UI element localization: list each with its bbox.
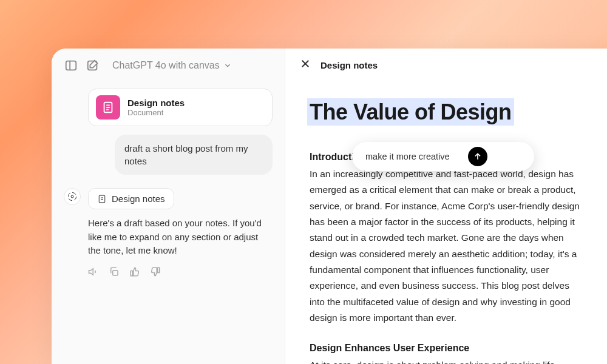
attachment-info: Design notes Document [127, 98, 185, 117]
copy-icon[interactable] [109, 266, 120, 277]
attachment-title: Design notes [127, 98, 185, 108]
document-icon [96, 95, 120, 120]
app-window: ChatGPT 4o with canvas Design notes Docu… [52, 49, 607, 364]
attachment-subtitle: Document [127, 108, 185, 117]
thumbs-down-icon[interactable] [150, 266, 161, 277]
arrow-up-icon [473, 152, 483, 161]
user-message: draft a short blog post from my notes [115, 135, 273, 175]
close-canvas-button[interactable] [300, 58, 311, 72]
document-icon [97, 194, 107, 204]
close-icon [300, 58, 311, 69]
assistant-avatar-icon [64, 188, 81, 205]
thumbs-up-icon[interactable] [129, 266, 140, 277]
chip-label: Design notes [112, 194, 165, 204]
new-chat-icon[interactable] [86, 58, 100, 73]
edit-input[interactable]: make it more creative [365, 152, 450, 161]
assistant-content: Design notes Here's a draft based on you… [88, 188, 273, 277]
assistant-text: Here's a draft based on your notes. If y… [88, 217, 273, 258]
chat-body: Design notes Document draft a short blog… [52, 83, 285, 364]
chat-panel: ChatGPT 4o with canvas Design notes Docu… [52, 49, 285, 364]
section-heading: Design Enhances User Experience [310, 343, 583, 354]
document-title[interactable]: The Value of Design [307, 98, 514, 126]
attachment-card[interactable]: Design notes Document [88, 89, 273, 126]
section-body[interactable]: At its core, design is about problem-sol… [310, 357, 583, 364]
svg-point-7 [71, 195, 73, 198]
inline-edit-popover: make it more creative [352, 142, 534, 171]
sidebar-toggle-icon[interactable] [64, 58, 78, 73]
svg-rect-0 [66, 61, 76, 70]
model-selector[interactable]: ChatGPT 4o with canvas [112, 60, 232, 71]
canvas-title: Design notes [320, 60, 378, 70]
canvas-header: Design notes [285, 49, 607, 81]
chat-header: ChatGPT 4o with canvas [52, 49, 285, 83]
model-label: ChatGPT 4o with canvas [112, 60, 220, 71]
canvas-document-chip[interactable]: Design notes [88, 188, 174, 209]
canvas-panel: Design notes The Value of Design make it… [285, 49, 607, 364]
feedback-actions [88, 266, 273, 277]
read-aloud-icon[interactable] [88, 266, 99, 277]
section-body[interactable]: In an increasingly competitive and fast-… [310, 166, 583, 326]
assistant-message: Design notes Here's a draft based on you… [64, 188, 273, 277]
send-edit-button[interactable] [468, 147, 487, 166]
canvas-document[interactable]: The Value of Design make it more creativ… [285, 81, 607, 364]
chevron-down-icon [223, 61, 232, 70]
svg-rect-11 [113, 270, 118, 275]
